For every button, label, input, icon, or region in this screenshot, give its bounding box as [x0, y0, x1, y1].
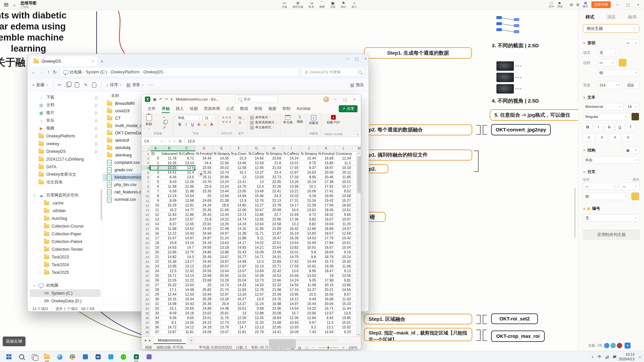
cell-K13[interactable]: 18.45 [317, 208, 335, 213]
cell-J9[interactable]: 10.09 [300, 189, 317, 194]
cell-D35[interactable]: 23.62 [195, 311, 213, 316]
add-collaborator-button[interactable]: + [625, 343, 631, 349]
cell-C6[interactable]: 13.5 [178, 175, 195, 180]
cell-A37[interactable]: 35 [150, 320, 160, 325]
cell-L23[interactable]: 10.24 [335, 255, 352, 259]
network-icon[interactable] [605, 355, 608, 359]
cell-F22[interactable]: 15.43 [230, 250, 248, 255]
cell-E31[interactable]: 13.97 [213, 292, 230, 297]
sheet-next-icon[interactable]: ▶ [149, 339, 151, 342]
menu-item[interactable]: 公式 [223, 105, 237, 113]
menu-icon[interactable] [4, 4, 8, 5]
cell-H19[interactable]: 19.47 [265, 236, 282, 241]
cell-L19[interactable]: 15.42 [335, 236, 352, 241]
node-step1-roi[interactable]: Step1. 区域融合 [364, 314, 472, 324]
avatar[interactable] [604, 343, 610, 349]
font-color-button[interactable]: A [209, 122, 214, 127]
cell-G30[interactable]: 12.78 [248, 288, 265, 292]
cell-I4[interactable]: 17.65 [282, 166, 300, 170]
cell-A21[interactable]: 19 [150, 245, 160, 250]
refresh-icon[interactable]: ↻ [53, 69, 57, 75]
zen-mode-button[interactable]: ▢ZEN [548, 1, 554, 8]
menu-item[interactable]: 视图 [266, 105, 279, 113]
row-header-5[interactable]: 5 [142, 170, 150, 175]
cell-I14[interactable]: 12.69 [282, 213, 300, 217]
sidebar-item-onekey[interactable]: Onekey发表论文 [30, 171, 101, 178]
cell-A13[interactable]: 11 [150, 208, 160, 213]
cell-B30[interactable]: 17.1 [160, 288, 178, 292]
text-style-u-button[interactable]: U [615, 123, 625, 131]
select-all-button[interactable] [142, 145, 151, 151]
row-header-23[interactable]: 23 [142, 255, 150, 259]
column-header-B[interactable]: B [161, 145, 178, 151]
cell-I7[interactable]: 13.26 [282, 180, 300, 184]
align-middle-button[interactable]: ≡ [226, 116, 228, 119]
menu-item[interactable]: 插入 [173, 105, 186, 113]
format-button[interactable]: ▣格式 [583, 1, 588, 8]
formula-input[interactable]: 12.5 [185, 139, 195, 143]
align-justify-button[interactable]: ≡ [622, 133, 634, 141]
cell-B3[interactable]: 10.26 [160, 161, 178, 166]
sidebar-item-item[interactable]: ▶视频 [30, 124, 101, 132]
cell-B33[interactable]: 14.98 [160, 302, 178, 306]
breadcrumb-item[interactable]: OnekeyPlatform [111, 70, 140, 74]
cell-D33[interactable]: 25.36 [195, 302, 213, 306]
cell-J4[interactable]: 9.37 [300, 166, 317, 170]
node-section-4[interactable]: 4. 不同的视角 | 2.5D [492, 98, 539, 105]
cell-E3[interactable]: 12.95 [213, 161, 230, 166]
cell-F26[interactable]: 13.67 [230, 269, 248, 274]
cell-K36[interactable]: 8.92 [317, 316, 335, 320]
cell-L29[interactable]: 13.85 [335, 283, 352, 288]
cell-C2[interactable]: 9.71 [178, 156, 195, 161]
cell-J5[interactable]: 10.63 [300, 170, 317, 175]
font-name-dropdown[interactable]: 等线∨ [176, 115, 202, 121]
menu-item[interactable]: 绘图 [187, 105, 201, 113]
cell-C3[interactable]: 13.13 [178, 161, 195, 166]
cell-I3[interactable]: 13.01 [282, 161, 300, 166]
taskbar-task-view-button[interactable] [29, 352, 40, 362]
sidebar-item-onekeydata-d[interactable]: ›OnekeyData (D:) [30, 297, 101, 304]
cell-K8[interactable]: 17.91 [317, 184, 335, 189]
cell-G3[interactable]: 12.59 [248, 161, 265, 166]
cell-B23[interactable]: 14.82 [160, 255, 178, 259]
cell-K26[interactable]: 18.47 [317, 269, 335, 274]
cell-J12[interactable]: 12.39 [300, 203, 317, 208]
cell-C17[interactable]: 14.52 [178, 227, 195, 231]
breadcrumb-item[interactable]: System (C:) [86, 70, 107, 74]
cell-E16[interactable]: 13.29 [213, 222, 230, 227]
cell-K14[interactable]: 18.02 [317, 213, 335, 217]
row-header-10[interactable]: 10 [142, 194, 150, 198]
excel-minimize-button[interactable]: ─ [332, 97, 338, 101]
cell-K37[interactable]: 11.6 [317, 320, 335, 325]
cell-L14[interactable]: 9.65 [335, 213, 352, 217]
cell-G13[interactable]: 10.67 [248, 208, 265, 213]
cell-A34[interactable]: 32 [150, 306, 160, 311]
row-header-2[interactable]: 2 [142, 156, 150, 161]
column-header-I[interactable]: I [283, 145, 300, 151]
width-input[interactable]: 314PX [597, 81, 623, 89]
cell-E8[interactable]: 13.24 [213, 184, 230, 189]
cell-C16[interactable]: 12.65 [178, 222, 195, 227]
cell-E20[interactable]: 13.63 [213, 241, 230, 245]
cell-C24[interactable]: 13.17 [178, 259, 195, 264]
column-header-G[interactable]: G [248, 145, 265, 151]
text-style-i-button[interactable]: I [594, 123, 603, 131]
sidebar-item-task2025[interactable]: ›Task2025 [30, 268, 101, 276]
cell-J6[interactable]: 8.95 [300, 175, 317, 180]
cell-B8[interactable]: 11.58 [160, 184, 178, 189]
align-top-button[interactable]: ≡ [222, 116, 224, 119]
cell-K7[interactable]: 17.38 [317, 180, 335, 184]
taskbar-edge-button[interactable] [54, 352, 65, 362]
cell-E38[interactable]: 13.79 [213, 325, 230, 330]
tab-close-icon[interactable]: × [92, 59, 94, 63]
cell-H10[interactable]: 24.3 [265, 194, 282, 198]
cell-B29[interactable]: 15.32 [160, 283, 178, 288]
cell-J8[interactable]: 10.1 [300, 184, 317, 189]
cell-K39[interactable]: 14.54 [317, 330, 335, 335]
row-header-30[interactable]: 30 [142, 288, 150, 292]
cell-G12[interactable]: 13.27 [248, 203, 265, 208]
cell-H5[interactable]: 23.4 [265, 170, 282, 175]
cell-G10[interactable]: 15.46 [248, 194, 265, 198]
row-header-9[interactable]: 9 [142, 189, 150, 194]
panel-toggle-right[interactable]: ▥ [576, 3, 579, 6]
